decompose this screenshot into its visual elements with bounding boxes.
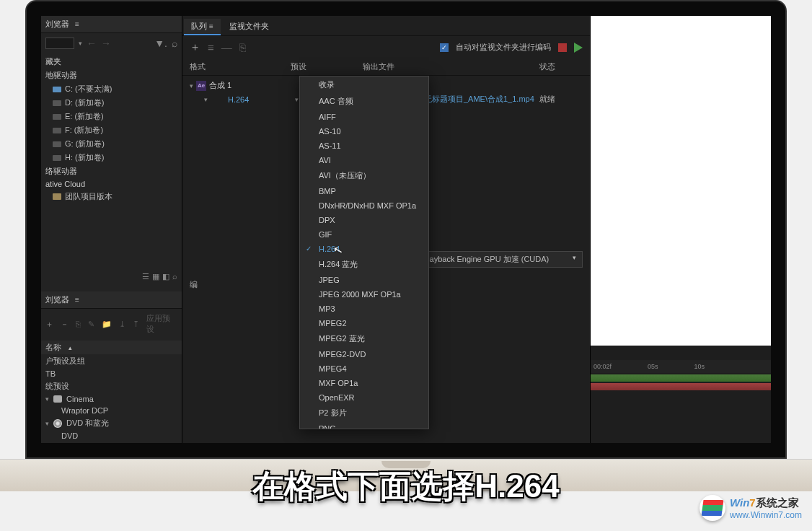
browser-title: 刘览器	[45, 19, 69, 30]
duplicate-button[interactable]: ⎘	[239, 41, 246, 53]
format-menu-item[interactable]: AVI	[300, 153, 428, 167]
duplicate-icon[interactable]: ⎘	[76, 320, 81, 328]
cinema-group[interactable]: ▾Cinema	[41, 393, 182, 405]
drive-icon	[53, 87, 61, 92]
format-menu-item[interactable]: MPEG2-DVD	[300, 347, 428, 361]
format-menu-item[interactable]: PNG	[300, 421, 428, 429]
comp-name: 合成 1	[209, 80, 231, 91]
tb-item[interactable]: TB	[41, 368, 182, 379]
user-presets-group[interactable]: 户预设及组	[41, 354, 182, 368]
system-presets-group[interactable]: 统预设	[41, 379, 182, 393]
path-dropdown[interactable]	[45, 38, 74, 49]
dvd-item[interactable]: DVD	[41, 430, 182, 442]
format-link[interactable]: H.264	[228, 95, 249, 104]
dvd-bluray-group[interactable]: ▾DVD 和蓝光	[41, 416, 182, 430]
chevron-down-icon[interactable]: ▾	[79, 40, 82, 47]
wraptor-item[interactable]: Wraptor DCP	[41, 405, 182, 416]
twisty-icon[interactable]: ▾	[45, 420, 49, 427]
tab-queue[interactable]: 队列 ≡	[184, 19, 221, 35]
format-menu-item[interactable]: OpenEXR	[300, 390, 428, 405]
watermark-url: www.Winwin7.com	[730, 510, 802, 520]
format-menu-item[interactable]: DPX	[300, 213, 428, 227]
remove-button-2[interactable]: —	[221, 41, 232, 53]
creative-cloud-group[interactable]: ative Cloud	[41, 178, 182, 190]
edit-icon[interactable]: ✎	[88, 320, 94, 329]
timeline-track-video[interactable]	[591, 374, 771, 382]
timeline-track-audio[interactable]	[591, 383, 771, 390]
preset-title: 刘览器	[45, 294, 69, 305]
tab-watch-folders[interactable]: 监视文件夹	[222, 19, 276, 35]
panel-menu-icon[interactable]: ≡	[75, 296, 79, 304]
thumb-view-icon[interactable]: ▦	[152, 272, 159, 281]
add-source-button[interactable]: ＋	[190, 40, 200, 54]
sort-icon[interactable]: ▴	[69, 344, 72, 351]
filter-icon[interactable]: ▼.	[154, 38, 167, 49]
format-menu-item[interactable]: BMP	[300, 184, 428, 198]
format-menu-item[interactable]: GIF	[300, 227, 428, 242]
format-menu-item[interactable]: AS-11	[300, 139, 428, 153]
name-column-header: 名称▴	[41, 341, 182, 354]
add-icon[interactable]: ＋	[45, 319, 53, 330]
drive-item[interactable]: F: (新加卷)	[41, 123, 182, 137]
format-menu-item[interactable]: AAC 音频	[300, 93, 428, 110]
timeline: 00:02f 05s 10s	[591, 360, 771, 443]
folder-icon[interactable]: 📁	[102, 320, 112, 329]
format-menu-item[interactable]: P2 影片	[300, 405, 428, 421]
format-menu-item[interactable]: DNxHR/DNxHD MXF OP1a	[300, 198, 428, 213]
auto-encode-checkbox[interactable]: ✓	[440, 43, 449, 52]
col-preset: 预设	[291, 61, 363, 72]
format-menu-item[interactable]: 收录	[300, 76, 428, 93]
twisty-icon[interactable]: ▾	[190, 82, 193, 89]
twisty-icon[interactable]: ▾	[204, 96, 208, 103]
format-menu-item[interactable]: MPEG2 蓝光	[300, 330, 428, 347]
preset-dropdown-icon[interactable]: ▾	[295, 96, 299, 103]
drive-item[interactable]: D: (新加卷)	[41, 96, 182, 110]
format-menu-item[interactable]: AVI（未压缩）	[300, 167, 428, 184]
network-drives-group[interactable]: 络驱动器	[41, 164, 182, 178]
format-menu-item[interactable]: MXF OP1a	[300, 376, 428, 390]
tab-menu-icon[interactable]: ≡	[209, 22, 213, 30]
apply-preset-button[interactable]: 应用预设	[146, 313, 177, 335]
drive-item[interactable]: H: (新加卷)	[41, 151, 182, 164]
time-tick: 10s	[694, 363, 705, 370]
status-text: 就绪	[539, 94, 583, 105]
drive-item[interactable]: C: (不要太满)	[41, 82, 182, 96]
remove-icon[interactable]: －	[61, 319, 69, 330]
panel-menu-icon[interactable]: ≡	[75, 20, 79, 28]
format-menu-item[interactable]: AS-10	[300, 124, 428, 139]
format-menu-item[interactable]: JPEG	[300, 273, 428, 287]
detail-view-icon[interactable]: ◧	[162, 272, 169, 281]
format-menu-item[interactable]: MPEG2	[300, 316, 428, 330]
queue-toolbar: ＋ ≡ — ⎘ ✓ 自动对监视文件夹进行编码	[182, 36, 590, 58]
format-menu-item[interactable]: MPEG4	[300, 361, 428, 376]
nav-forward-icon[interactable]: →	[101, 38, 111, 49]
caption-overlay: 在格式下面选择H.264	[0, 465, 812, 508]
import-icon[interactable]: ⤓	[119, 320, 125, 329]
search-icon[interactable]: ⌕	[172, 272, 177, 281]
drive-item[interactable]: E: (新加卷)	[41, 110, 182, 123]
watermark-text: Win7系统之家 www.Winwin7.com	[730, 496, 802, 520]
app-screen: 刘览器 ≡ ▾ ← → ▼. ⌕ 藏夹 地驱动器 C: (不要太满) D: (新…	[41, 16, 771, 443]
search-icon[interactable]: ⌕	[172, 38, 177, 49]
favorites-group[interactable]: 藏夹	[41, 55, 182, 69]
cursor-icon: ↖	[332, 242, 344, 258]
format-menu-item[interactable]: AIFF	[300, 110, 428, 124]
list-view-icon[interactable]: ☰	[142, 272, 149, 281]
format-menu-item[interactable]: ✓H.264↖	[300, 242, 428, 256]
stop-button[interactable]	[558, 43, 567, 52]
format-menu-item[interactable]: H.264 蓝光	[300, 256, 428, 273]
twisty-icon[interactable]: ▾	[45, 395, 49, 403]
export-icon[interactable]: ⤒	[133, 320, 139, 329]
format-menu-item[interactable]: JPEG 2000 MXF OP1a	[300, 287, 428, 302]
timeline-ruler[interactable]: 00:02f 05s 10s	[591, 360, 771, 373]
team-project-item[interactable]: 团队项目版本	[41, 190, 182, 203]
format-menu-item[interactable]: MP3	[300, 302, 428, 316]
queue-body: ▾ Ae 合成 1 ▾ H.264 ▾ 匹配源 - 高... C:\User_a…	[182, 76, 590, 247]
drive-item[interactable]: G: (新加卷)	[41, 137, 182, 151]
center-panel: 队列 ≡ 监视文件夹 ＋ ≡ — ⎘ ✓ 自动对监视文件夹进行编码 格式 预设 …	[182, 16, 591, 443]
nav-back-icon[interactable]: ←	[87, 38, 97, 49]
preset-panel-header: 刘览器 ≡	[41, 291, 182, 309]
start-queue-button[interactable]	[574, 43, 583, 53]
local-drives-group[interactable]: 地驱动器	[41, 69, 182, 82]
remove-button[interactable]: ≡	[208, 41, 214, 53]
